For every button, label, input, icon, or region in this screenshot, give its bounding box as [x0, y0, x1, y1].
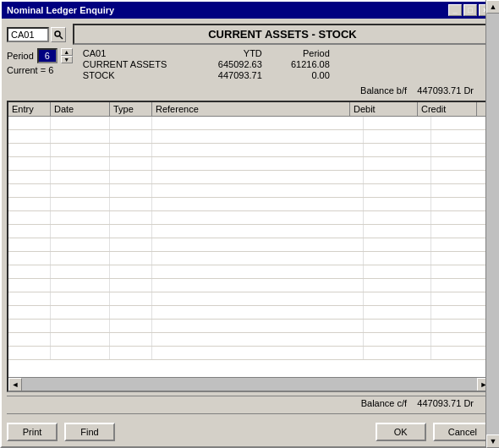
table-row	[8, 292, 491, 306]
period-group: Period ▲ ▼ Current = 6	[7, 48, 73, 75]
window-title: Nominal Ledger Enquiry	[7, 5, 114, 15]
balance-bff-label: Balance b/f	[360, 85, 407, 96]
col-entry: Entry	[8, 102, 51, 116]
print-button[interactable]: Print	[7, 423, 58, 441]
scroll-track-horizontal[interactable]	[22, 378, 477, 391]
horizontal-scrollbar[interactable]: ◄ ►	[8, 377, 491, 391]
svg-line-1	[60, 36, 63, 39]
table-row	[8, 306, 491, 320]
table-row	[8, 333, 491, 347]
row1-name: CURRENT ASSETS	[80, 59, 181, 69]
table-row	[8, 171, 491, 184]
col-type: Type	[110, 102, 152, 116]
account-input-group	[7, 27, 66, 42]
table-row	[8, 117, 491, 130]
ok-button[interactable]: OK	[376, 423, 426, 441]
grid-header: Entry Date Type Reference Debit Credit	[8, 102, 491, 117]
grid-body[interactable]	[8, 117, 491, 377]
col-credit: Credit	[418, 102, 477, 116]
col-debit: Debit	[350, 102, 418, 116]
cancel-button[interactable]: Cancel	[433, 423, 492, 441]
grid-body-wrapper: ▲ ▼	[8, 117, 491, 377]
period-row: Period ▲ ▼	[7, 48, 73, 63]
svg-point-0	[55, 31, 60, 36]
period-spin: ▲ ▼	[61, 48, 73, 63]
account-info-row-1: CURRENT ASSETS 645092.63 61216.08	[80, 59, 492, 69]
title-bar: Nominal Ledger Enquiry _ □ ×	[2, 2, 497, 19]
vertical-scrollbar[interactable]: ▲ ▼	[485, 117, 491, 377]
account-code-display: CA01	[80, 48, 181, 58]
account-title: CURRENT ASSETS - STOCK	[73, 24, 492, 45]
table-row	[8, 157, 491, 171]
row2-name: STOCK	[80, 70, 181, 80]
table-row	[8, 279, 491, 292]
period-input[interactable]	[37, 48, 58, 63]
account-info-row-2: STOCK 447093.71 0.00	[80, 70, 492, 80]
bottom-buttons: Print Find OK Cancel	[7, 419, 492, 441]
table-row	[8, 238, 491, 252]
search-icon	[53, 30, 63, 40]
balance-cff-value: 447093.71 Dr	[417, 398, 474, 408]
info-section: Period ▲ ▼ Current = 6 CA01 YTD Period	[7, 48, 492, 80]
account-info-table: CA01 YTD Period CURRENT ASSETS 645092.63…	[80, 48, 492, 80]
minimize-button[interactable]: _	[448, 4, 462, 16]
row2-ytd: 447093.71	[181, 70, 266, 80]
top-bar: CURRENT ASSETS - STOCK	[7, 24, 492, 45]
maximize-button[interactable]: □	[463, 4, 477, 16]
col-date: Date	[51, 102, 110, 116]
col-reference: Reference	[152, 102, 350, 116]
table-row	[8, 225, 491, 238]
balance-bff: Balance b/f 447093.71 Dr	[7, 84, 492, 97]
period-header: Period	[266, 48, 333, 58]
find-button[interactable]: Find	[64, 423, 115, 441]
period-label: Period	[7, 51, 34, 61]
account-info-header: CA01 YTD Period	[80, 48, 492, 58]
btn-group-left: Print Find	[7, 423, 115, 441]
table-row	[8, 130, 491, 144]
main-window: Nominal Ledger Enquiry _ □ × CURRENT ASS…	[0, 0, 499, 448]
ytd-header: YTD	[181, 48, 266, 58]
table-row	[8, 347, 491, 360]
account-code-input[interactable]	[7, 27, 49, 42]
table-row	[8, 252, 491, 265]
separator	[7, 413, 492, 414]
period-down-button[interactable]: ▼	[61, 56, 73, 63]
table-row	[8, 144, 491, 157]
balance-bff-value: 447093.71 Dr	[417, 85, 474, 96]
scroll-left-button[interactable]: ◄	[8, 378, 22, 391]
grid-rows	[8, 117, 491, 360]
table-row	[8, 198, 491, 211]
table-row	[8, 320, 491, 333]
btn-group-right: OK Cancel	[376, 423, 492, 441]
balance-cff: Balance c/f 447093.71 Dr	[7, 396, 492, 410]
table-row	[8, 265, 491, 279]
period-up-button[interactable]: ▲	[61, 48, 73, 56]
balance-cff-label: Balance c/f	[361, 398, 407, 408]
account-search-button[interactable]	[51, 27, 66, 42]
scroll-track-vertical[interactable]	[486, 117, 491, 377]
table-row	[8, 211, 491, 225]
row1-period: 61216.08	[266, 59, 333, 69]
ledger-grid: Entry Date Type Reference Debit Credit	[7, 101, 492, 392]
row1-ytd: 645092.63	[181, 59, 266, 69]
table-row	[8, 184, 491, 198]
current-label: Current = 6	[7, 65, 73, 75]
row2-period: 0.00	[266, 70, 333, 80]
window-content: CURRENT ASSETS - STOCK Period ▲ ▼ Curren…	[2, 19, 497, 446]
